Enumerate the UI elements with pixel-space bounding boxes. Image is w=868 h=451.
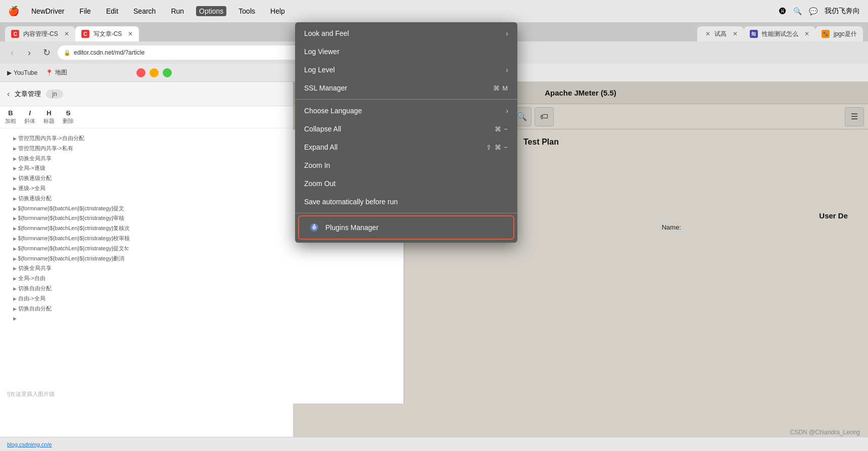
menu-collapse-all[interactable]: Collapse All ⌘ −: [295, 120, 517, 138]
tab-x-shigao[interactable]: ✕: [733, 30, 738, 37]
address-field[interactable]: 🔒 editor.csdn.net/md/?article: [58, 46, 320, 60]
zoom-in-label: Zoom In: [304, 161, 508, 169]
menu-help[interactable]: Help: [267, 6, 288, 16]
menu-plugins-manager[interactable]: Plugins Manager: [298, 215, 514, 240]
toolbar-bold[interactable]: B 加粗: [5, 109, 16, 125]
strikethrough-icon: S: [66, 109, 71, 117]
tree-item-6[interactable]: 切换逐级分配: [7, 194, 286, 204]
options-dropdown-menu: Look and Feel › Log Viewer Log Level › S…: [295, 22, 517, 243]
menu-sep-2: [295, 213, 517, 213]
menu-search[interactable]: Search: [130, 6, 159, 16]
menu-file[interactable]: File: [76, 6, 94, 16]
back-button-editor[interactable]: ‹: [7, 89, 10, 99]
apple-logo-icon[interactable]: 🍎: [8, 6, 19, 17]
editor-input-badge[interactable]: jn: [46, 89, 63, 99]
mac-menu-bar: 🍎 NewDriver File Edit Search Run Options…: [0, 0, 868, 22]
name-label: Name:: [662, 223, 681, 231]
tree-item-7[interactable]: ${formname}${batchLen}${ctristrategy}提文: [7, 204, 286, 214]
choose-language-arrow: ›: [506, 107, 508, 115]
tab-close-xingneng[interactable]: ✕: [804, 30, 809, 37]
bookmark-maps[interactable]: 📍 地图: [45, 68, 67, 77]
tree-item-0[interactable]: 管控范围内共享->自由分配: [7, 133, 286, 144]
menu-choose-language[interactable]: Choose Language ›: [295, 102, 517, 120]
menu-expand-all[interactable]: Expand All ⇧ ⌘ −: [295, 138, 517, 156]
menu-log-level[interactable]: Log Level ›: [295, 61, 517, 79]
tree-item-10[interactable]: ${formname}${batchLen}${ctristrategy}校审核: [7, 234, 286, 244]
jmeter-panel-title: Test Plan: [523, 138, 559, 147]
traffic-green[interactable]: [163, 68, 172, 77]
user-text: 我仍飞奔向: [825, 7, 860, 16]
jmeter-tag-btn[interactable]: 🏷: [535, 107, 554, 126]
expand-all-label: Expand All: [304, 143, 486, 151]
tab-shigao[interactable]: ✕ 试高 ✕: [697, 26, 744, 41]
bookmark-youtube[interactable]: ▶ YouTube: [7, 69, 37, 76]
tree-item-15[interactable]: 切换自由分配: [7, 284, 286, 294]
jmeter-list-btn[interactable]: ☰: [845, 107, 864, 126]
toolbar-heading[interactable]: H 标题: [43, 109, 55, 125]
log-level-label: Log Level: [304, 66, 502, 74]
look-and-feel-label: Look and Feel: [304, 29, 502, 37]
forward-button[interactable]: ›: [23, 48, 35, 58]
tab-xiewenzhang[interactable]: C 写文章-CS ✕: [75, 26, 139, 41]
save-auto-label: Save automatically before run: [304, 198, 508, 206]
editor-title: 文章管理: [15, 89, 41, 99]
menu-ssl-manager[interactable]: SSL Manager ⌘ M: [295, 79, 517, 97]
jmeter-main-area: Test Plan: [515, 129, 567, 403]
tab-neimeirong[interactable]: C 内容管理-CS ✕: [5, 26, 75, 41]
status-link[interactable]: blog.csdnimg.cn/e: [7, 441, 52, 447]
tree-item-8[interactable]: ${formname}${batchLen}${ctristrategy}审核: [7, 213, 286, 223]
bold-label: 加粗: [5, 117, 16, 125]
youtube-label: YouTube: [14, 69, 37, 76]
traffic-yellow[interactable]: [150, 68, 159, 77]
menu-zoom-out[interactable]: Zoom Out: [295, 174, 517, 193]
strikethrough-label: 删除: [63, 117, 74, 125]
tab-xingneng[interactable]: 知 性能测试怎么 ✕: [744, 26, 815, 41]
tree-item-1[interactable]: 管控范围内共享->私有: [7, 144, 286, 154]
menu-save-auto[interactable]: Save automatically before run: [295, 193, 517, 211]
menu-bar-right: 🅦 🔍 💬 我仍飞奔向: [779, 7, 860, 16]
back-button[interactable]: ‹: [6, 48, 18, 58]
heading-label: 标题: [43, 117, 55, 125]
csdn-editor-panel: ‹ 文章管理 jn B 加粗 I 斜体 H 标题 S 删除 管控范围内共享->自…: [0, 82, 293, 451]
tree-item-11[interactable]: ${formname}${batchLen}${ctristrategy}提文f…: [7, 244, 286, 254]
menu-edit[interactable]: Edit: [103, 6, 121, 16]
collapse-all-label: Collapse All: [304, 125, 495, 133]
wechat-icon: 💬: [809, 7, 817, 15]
tree-item-14[interactable]: 全局->自由: [7, 274, 286, 284]
tab-jpgc[interactable]: 🐾 jpgc是什: [815, 26, 863, 41]
menu-tools[interactable]: Tools: [235, 6, 258, 16]
editor-header: ‹ 文章管理 jn: [0, 82, 293, 106]
tree-item-5[interactable]: 逐级->全局: [7, 184, 286, 194]
maps-label: 地图: [55, 68, 67, 77]
toolbar-strikethrough[interactable]: S 删除: [63, 109, 74, 125]
youtube-icon: ▶: [7, 69, 12, 76]
tree-item-16[interactable]: 自由->全局: [7, 294, 286, 304]
refresh-button[interactable]: ↻: [40, 47, 53, 58]
tree-item-13[interactable]: 切换全局共享: [7, 263, 286, 274]
toolbar-italic[interactable]: I 斜体: [24, 109, 35, 125]
status-bar: blog.csdnimg.cn/e: [0, 437, 868, 451]
tree-item-17[interactable]: 切换自由分配: [7, 304, 286, 314]
menu-run[interactable]: Run: [168, 6, 187, 16]
tab-label-shigao: 试高: [714, 30, 727, 38]
tree-item-4[interactable]: 切换逐级分配: [7, 173, 286, 184]
menu-log-viewer[interactable]: Log Viewer: [295, 42, 517, 61]
tab-close-1[interactable]: ✕: [64, 30, 69, 37]
tree-item-2[interactable]: 切换全局共享: [7, 154, 286, 164]
plugins-icon: [308, 221, 320, 234]
watermark-text: CSDN @Chiandra_Leong: [790, 429, 860, 436]
menu-look-and-feel[interactable]: Look and Feel ›: [295, 24, 517, 42]
tree-item-3[interactable]: 全局->逐级: [7, 163, 286, 173]
menu-newdriver[interactable]: NewDriver: [28, 6, 67, 16]
menu-options[interactable]: Options: [196, 6, 226, 16]
tab-close-2[interactable]: ✕: [128, 30, 133, 37]
italic-icon: I: [29, 109, 31, 117]
heading-icon: H: [46, 109, 51, 117]
traffic-red[interactable]: [136, 68, 146, 77]
tree-item-18[interactable]: [7, 313, 286, 324]
ssl-shortcut: ⌘ M: [493, 84, 508, 92]
menu-zoom-in[interactable]: Zoom In: [295, 156, 517, 174]
tree-item-12[interactable]: ${formname}${batchLen}${ctristrategy}删消: [7, 254, 286, 264]
tab-close-shigao[interactable]: ✕: [705, 30, 710, 37]
tree-item-9[interactable]: ${formname}${batchLen}${ctristrategy}复核次: [7, 223, 286, 234]
